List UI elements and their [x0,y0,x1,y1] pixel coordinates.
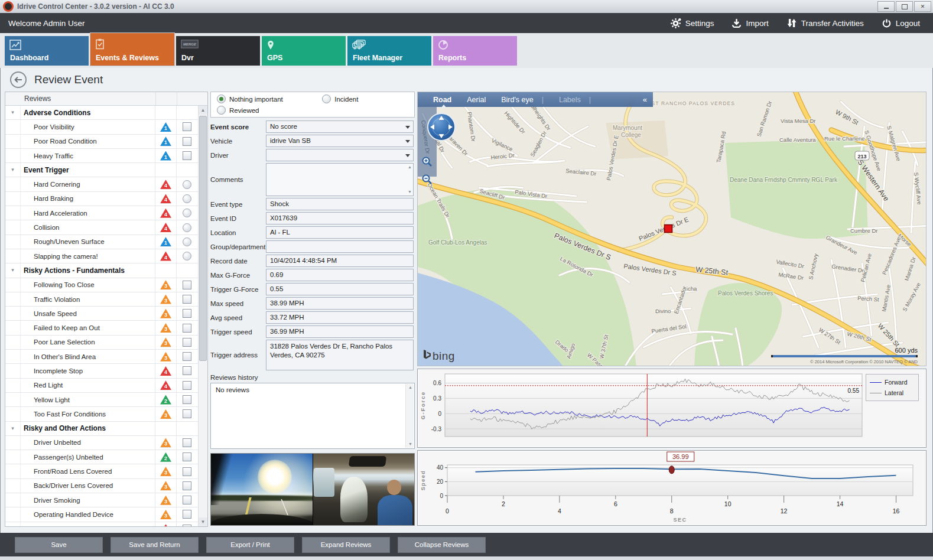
tree-group-row[interactable]: ▾Adverse Conditions [5,106,199,120]
minimize-button[interactable] [877,1,895,12]
expand-collapse-icon[interactable]: ▾ [5,263,21,277]
record-date-field[interactable]: 10/4/2014 4:48:54 PM [266,255,414,267]
tree-item-row-rough-uneven-surface[interactable]: Rough/Uneven Surface1 [5,235,199,249]
item-checkbox[interactable] [183,525,191,526]
item-checkbox[interactable] [183,151,191,160]
map-zoom-out-button[interactable] [421,174,433,185]
tree-item-row-driver-unbelted[interactable]: Driver Unbelted3 [5,436,199,450]
tree-item-row-hard-acceleration[interactable]: Hard Acceleration4 [5,206,199,220]
bing-map[interactable]: EAST RANCHO PALOS VERDESMarymountCollege… [417,92,927,366]
tree-item-row-too-fast-for-conditions[interactable]: Too Fast For Conditions3 [5,407,199,421]
video-forward-camera[interactable] [211,454,313,525]
tree-item-row-hard-braking[interactable]: Hard Braking4 [5,192,199,206]
avg-speed-field[interactable]: 33.72 MPH [266,311,414,324]
tree-item-row-traffic-violation[interactable]: Traffic Violation3 [5,292,199,307]
topbar-transfer-button[interactable]: Transfer Activities [786,18,864,28]
item-checkbox[interactable] [183,510,191,519]
tree-item-row-failed-to-keep-an-out[interactable]: Failed to Keep an Out3 [5,321,199,335]
map-view-tab-labels[interactable]: Labels [559,96,581,104]
save-button[interactable]: Save [15,537,103,553]
tree-item-row-incomplete-stop[interactable]: Incomplete Stop4 [5,364,199,378]
collapse-reviews-button[interactable]: Collapse Reviews [398,537,486,553]
item-radio[interactable] [183,180,191,189]
scroll-down-icon[interactable]: ▼ [408,190,412,194]
scroll-up-icon[interactable]: ▲ [199,106,207,115]
trigger-address-field[interactable]: 31828 Palos Verdes Dr E, Rancho Palos Ve… [266,340,414,370]
tree-item-row-poor-lane-selection[interactable]: Poor Lane Selection3 [5,336,199,350]
tree-item-row-in-other-s-blind-area[interactable]: In Other's Blind Area3 [5,350,199,364]
topbar-logout-button[interactable]: Logout [882,18,920,28]
scrollbar-thumb[interactable] [199,116,207,361]
item-checkbox[interactable] [183,438,191,447]
tree-group-row[interactable]: ▾Event Trigger [5,163,199,177]
tree-scrollbar[interactable]: ▲ ▼ [198,106,207,526]
map-view-tab-road[interactable]: Road [433,96,451,104]
item-checkbox[interactable] [183,381,191,390]
group-department-field[interactable] [266,240,414,253]
item-checkbox[interactable] [183,481,191,490]
map-view-tab-bird-s-eye[interactable]: Bird's eye [501,96,534,104]
max-speed-field[interactable]: 38.99 MPH [266,297,414,310]
tree-item-row-hard-cornering[interactable]: Hard Cornering4 [5,177,199,191]
item-radio[interactable] [183,237,191,246]
item-checkbox[interactable] [183,409,191,418]
location-field[interactable]: Al - FL [266,226,414,239]
tree-item-row-yellow-light[interactable]: Yellow Light2 [5,393,199,407]
tree-item-row-passenger-s-unbelted[interactable]: Passenger(s) Unbelted2 [5,450,199,464]
status-radio-reviewed[interactable]: Reviewed [217,106,322,115]
tree-item-row-heavy-traffic[interactable]: Heavy Traffic1 [5,149,199,163]
item-checkbox[interactable] [183,295,191,304]
expand-collapse-icon[interactable]: ▾ [5,422,21,435]
item-checkbox[interactable] [183,366,191,375]
close-button[interactable]: ✕ [914,1,931,12]
expand-collapse-icon[interactable]: ▾ [5,163,21,177]
scroll-down-icon[interactable]: ▼ [199,517,207,526]
tab-dvr[interactable]: MERGEDvr [176,36,260,66]
tab-events-reviews[interactable]: Events & Reviews [90,33,174,66]
item-checkbox[interactable] [183,309,191,318]
expand-reviews-button[interactable]: Expand Reviews [302,537,390,553]
tree-group-row[interactable]: ▾Risky Actions - Fundamentals [5,263,199,278]
item-checkbox[interactable] [183,324,191,333]
expand-collapse-icon[interactable]: ▾ [5,106,21,119]
tree-item-row-item[interactable]: 4 [5,522,199,526]
comments-textarea[interactable]: ▲▼ [266,163,414,196]
event-score-select[interactable]: No score [266,121,414,133]
tree-group-row[interactable]: ▾Risky and Other Actions [5,422,199,436]
trigger-speed-field[interactable]: 36.99 MPH [266,325,414,338]
status-radio-nothing-important[interactable]: Nothing important [217,95,322,103]
tree-item-row-red-light[interactable]: Red Light4 [5,379,199,393]
item-checkbox[interactable] [183,496,191,504]
event-id-field[interactable]: X017639 [266,212,414,224]
video-cabin-camera[interactable] [313,454,415,525]
item-checkbox[interactable] [183,281,191,289]
item-checkbox[interactable] [183,122,191,131]
tree-item-row-driver-smoking[interactable]: Driver Smoking3 [5,493,199,507]
topbar-import-button[interactable]: Import [732,18,768,28]
tab-dashboard[interactable]: Dashboard [5,36,89,66]
back-button[interactable] [9,71,27,89]
tree-item-row-unsafe-speed[interactable]: Unsafe Speed3 [5,307,199,321]
scroll-up-icon[interactable]: ▲ [408,165,412,170]
tree-item-row-poor-road-condition[interactable]: Poor Road Condition1 [5,135,199,149]
item-checkbox[interactable] [183,467,191,476]
tree-item-row-operating-handled-device[interactable]: Operating Handled Device3 [5,507,199,522]
item-checkbox[interactable] [183,137,191,146]
save-and-return-button[interactable]: Save and Return [110,537,199,553]
topbar-settings-button[interactable]: Settings [670,18,714,29]
item-checkbox[interactable] [183,352,191,361]
tab-reports[interactable]: Reports [433,36,517,66]
tree-item-row-poor-visibility[interactable]: Poor Visibility1 [5,120,199,134]
item-checkbox[interactable] [183,452,191,461]
vehicle-select[interactable]: idrive Van SB [266,135,414,147]
collapse-toolbar-button[interactable]: « [643,95,647,104]
event-type-field[interactable]: Shock [266,198,414,210]
item-radio[interactable] [183,252,191,261]
map-zoom-in-button[interactable] [421,156,433,168]
tree-item-row-collision[interactable]: Collision4 [5,220,199,235]
map-pan-compass[interactable] [426,112,457,145]
tree-item-row-front-road-lens-covered[interactable]: Front/Road Lens Covered3 [5,464,199,478]
max-g-force-field[interactable]: 0.69 [266,269,414,281]
driver-select[interactable] [266,149,414,161]
item-checkbox[interactable] [183,338,191,347]
